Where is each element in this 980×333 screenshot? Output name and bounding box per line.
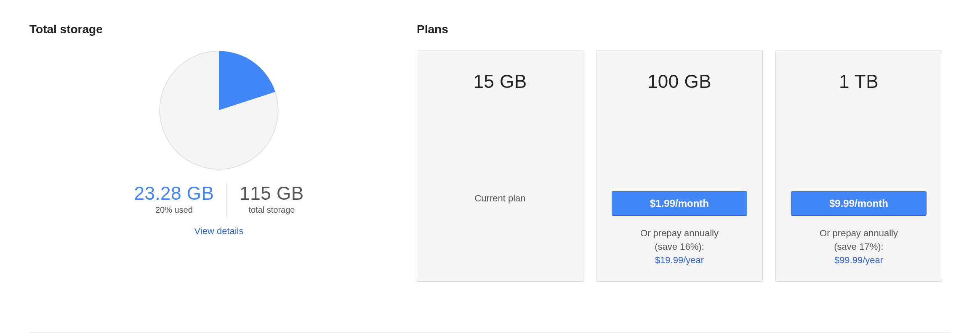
current-plan-label: Current plan bbox=[474, 193, 525, 204]
plan-100gb-annual: Or prepay annually (save 16%): $19.99/ye… bbox=[640, 227, 719, 267]
storage-total-value: 115 GB bbox=[240, 183, 304, 204]
annual-line1: Or prepay annually bbox=[820, 228, 898, 238]
total-storage-section: Total storage 23.28 GB 20% used 115 GB t… bbox=[29, 23, 408, 237]
total-storage-title: Total storage bbox=[29, 23, 408, 36]
plan-card-1tb: 1 TB $9.99/month Or prepay annually (sav… bbox=[775, 50, 942, 282]
storage-stats: 23.28 GB 20% used 115 GB total storage bbox=[29, 182, 408, 217]
storage-used-sub: 20% used bbox=[134, 205, 214, 215]
annual-price-link-1tb[interactable]: $99.99/year bbox=[834, 254, 883, 267]
plan-1tb-annual: Or prepay annually (save 17%): $99.99/ye… bbox=[820, 227, 898, 267]
plan-size-label: 1 TB bbox=[839, 71, 879, 92]
buy-100gb-button[interactable]: $1.99/month bbox=[612, 191, 747, 216]
storage-used-value: 23.28 GB bbox=[134, 183, 214, 204]
pie-chart-icon bbox=[159, 50, 279, 170]
storage-total-sub: total storage bbox=[240, 205, 304, 215]
storage-total-stat: 115 GB total storage bbox=[226, 182, 316, 217]
buy-1tb-button[interactable]: $9.99/month bbox=[791, 191, 927, 216]
plan-size-label: 15 GB bbox=[473, 71, 527, 92]
plan-card-15gb: 15 GB Current plan bbox=[417, 50, 583, 282]
storage-pie-chart bbox=[29, 50, 408, 170]
plans-title: Plans bbox=[417, 23, 951, 36]
plan-card-100gb: 100 GB $1.99/month Or prepay annually (s… bbox=[596, 50, 763, 282]
plan-size-label: 100 GB bbox=[647, 71, 711, 92]
annual-line2: (save 16%): bbox=[655, 241, 704, 252]
annual-price-link-100gb[interactable]: $19.99/year bbox=[655, 254, 704, 267]
storage-used-stat: 23.28 GB 20% used bbox=[121, 182, 226, 217]
plans-section: Plans 15 GB Current plan 100 GB $1.99/mo… bbox=[417, 23, 951, 282]
annual-line2: (save 17%): bbox=[834, 241, 883, 252]
view-details-link[interactable]: View details bbox=[194, 226, 244, 236]
annual-line1: Or prepay annually bbox=[640, 228, 719, 238]
